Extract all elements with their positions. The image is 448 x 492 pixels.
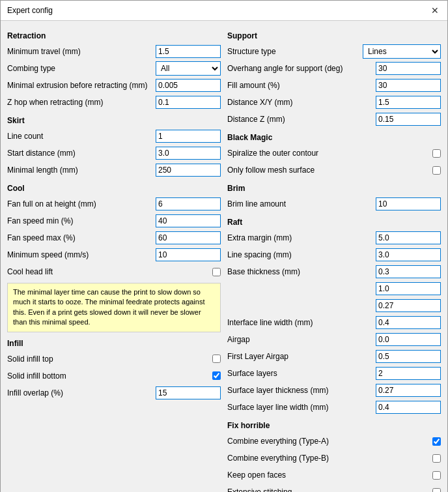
input-line-count[interactable]: [156, 130, 221, 143]
label-line-count: Line count: [7, 132, 156, 141]
field-minimum-travel: Minimum travel (mm): [7, 44, 221, 59]
input-min-speed[interactable]: [156, 248, 221, 261]
input-first-layer-airgap[interactable]: [376, 350, 441, 363]
input-raft-extra2[interactable]: [376, 299, 441, 312]
input-airgap[interactable]: [376, 333, 441, 346]
fixhorrible-header: Fix horrible: [227, 421, 441, 431]
label-airgap: Airgap: [227, 335, 376, 344]
field-keep-open-faces: Keep open faces: [227, 468, 441, 482]
field-brim-line-amount: Brim line amount: [227, 197, 441, 211]
label-fill-amount: Fill amount (%): [227, 81, 376, 90]
input-minimum-travel[interactable]: [156, 45, 221, 58]
label-min-speed: Minimum speed (mm/s): [7, 250, 156, 259]
field-first-layer-airgap: First Layer Airgap: [227, 349, 441, 364]
input-fan-height[interactable]: [156, 197, 221, 210]
label-surface-layer-line-width: Surface layer line width (mm): [227, 403, 376, 412]
label-minimal-length: Minimal length (mm): [7, 166, 156, 175]
titlebar: Expert config ✕: [1, 1, 447, 21]
input-surface-layer-line-width[interactable]: [376, 401, 441, 414]
input-infill-overlap[interactable]: [156, 386, 221, 399]
label-brim-line-amount: Brim line amount: [227, 199, 376, 209]
right-column: Support Structure type Lines Grid Triang…: [227, 27, 441, 492]
input-fill-amount[interactable]: [376, 79, 441, 92]
label-structure-type: Structure type: [227, 47, 363, 56]
input-fan-speed-min[interactable]: [156, 214, 221, 227]
field-overhang-angle: Overhang angle for support (deg): [227, 61, 441, 76]
label-start-distance: Start distance (mm): [7, 149, 156, 158]
brim-header: Brim: [227, 184, 441, 194]
input-fan-speed-max[interactable]: [156, 231, 221, 244]
checkbox-keep-open-faces[interactable]: [432, 471, 441, 480]
label-overhang-angle: Overhang angle for support (deg): [227, 64, 376, 73]
label-surface-layers: Surface layers: [227, 369, 376, 378]
cool-header: Cool: [7, 184, 221, 194]
field-cool-head-lift: Cool head lift: [7, 265, 221, 279]
field-min-speed: Minimum speed (mm/s): [7, 248, 221, 262]
label-keep-open-faces: Keep open faces: [227, 470, 432, 480]
field-surface-layers: Surface layers: [227, 366, 441, 381]
field-combine-type-b: Combine everything (Type-B): [227, 451, 441, 465]
input-surface-layers[interactable]: [376, 367, 441, 380]
label-base-thickness: Base thickness (mm): [227, 267, 376, 276]
label-infill-overlap: Infill overlap (%): [7, 388, 156, 398]
support-header: Support: [227, 31, 441, 41]
field-zhop: Z hop when retracting (mm): [7, 95, 221, 109]
checkbox-combine-type-a[interactable]: [432, 437, 441, 446]
input-surface-layer-thickness[interactable]: [376, 384, 441, 397]
left-column: Retraction Minimum travel (mm) Combing t…: [7, 27, 221, 492]
checkbox-cool-head-lift[interactable]: [212, 268, 221, 276]
field-combine-type-a: Combine everything (Type-A): [227, 434, 441, 448]
field-fan-speed-max: Fan speed max (%): [7, 231, 221, 245]
label-solid-bottom: Solid infill bottom: [7, 371, 212, 381]
label-extensive-stitching: Extensive stitching: [227, 487, 432, 492]
input-raft-extra1[interactable]: [376, 282, 441, 295]
label-first-layer-airgap: First Layer Airgap: [227, 352, 376, 361]
field-spiralize: Spiralize the outer contour: [227, 146, 441, 160]
input-zhop[interactable]: [156, 96, 221, 109]
field-minimal-length: Minimal length (mm): [7, 163, 221, 177]
input-overhang-angle[interactable]: [376, 62, 441, 75]
label-zhop: Z hop when retracting (mm): [7, 98, 156, 107]
field-structure-type: Structure type Lines Grid Triangles: [227, 44, 441, 59]
input-minimal-length[interactable]: [156, 164, 221, 177]
retraction-header: Retraction: [7, 31, 221, 41]
checkbox-extensive-stitching[interactable]: [432, 488, 441, 493]
label-line-spacing: Line spacing (mm): [227, 250, 376, 259]
input-distance-xy[interactable]: [376, 96, 441, 109]
label-combine-type-b: Combine everything (Type-B): [227, 454, 432, 463]
input-brim-line-amount[interactable]: [376, 197, 441, 210]
label-surface-layer-thickness: Surface layer thickness (mm): [227, 386, 376, 395]
field-airgap: Airgap: [227, 332, 441, 347]
checkbox-combine-type-b[interactable]: [432, 454, 441, 463]
input-extra-margin[interactable]: [376, 231, 441, 244]
field-distance-xy: Distance X/Y (mm): [227, 95, 441, 109]
select-combing-type[interactable]: All No Skin No Outer Surface Not in Fill…: [156, 61, 221, 76]
checkbox-solid-bottom[interactable]: [212, 371, 221, 380]
field-surface-layer-thickness: Surface layer thickness (mm): [227, 383, 441, 398]
input-minimal-extrusion[interactable]: [156, 79, 221, 92]
input-line-spacing[interactable]: [376, 248, 441, 261]
close-button[interactable]: ✕: [429, 5, 441, 16]
checkbox-spiralize[interactable]: [432, 149, 441, 158]
input-start-distance[interactable]: [156, 147, 221, 160]
main-content: Retraction Minimum travel (mm) Combing t…: [1, 21, 447, 492]
checkbox-follow-mesh[interactable]: [432, 166, 441, 175]
select-structure-type[interactable]: Lines Grid Triangles: [363, 44, 441, 59]
field-start-distance: Start distance (mm): [7, 146, 221, 160]
field-fan-height: Fan full on at height (mm): [7, 197, 221, 211]
field-surface-layer-line-width: Surface layer line width (mm): [227, 400, 441, 414]
label-follow-mesh: Only follow mesh surface: [227, 166, 432, 175]
label-distance-z: Distance Z (mm): [227, 115, 376, 124]
label-fan-height: Fan full on at height (mm): [7, 199, 156, 209]
input-distance-z[interactable]: [376, 113, 441, 126]
field-interface-line-width: Interface line width (mm): [227, 315, 441, 330]
field-fill-amount: Fill amount (%): [227, 78, 441, 93]
input-interface-line-width[interactable]: [376, 316, 441, 329]
raft-header: Raft: [227, 218, 441, 227]
dialog-title: Expert config: [7, 6, 53, 15]
input-base-thickness[interactable]: [376, 265, 441, 278]
field-base-thickness: Base thickness (mm): [227, 265, 441, 279]
label-interface-line-width: Interface line width (mm): [227, 318, 376, 327]
checkbox-solid-top[interactable]: [212, 355, 221, 363]
field-combing-type: Combing type All No Skin No Outer Surfac…: [7, 61, 221, 76]
